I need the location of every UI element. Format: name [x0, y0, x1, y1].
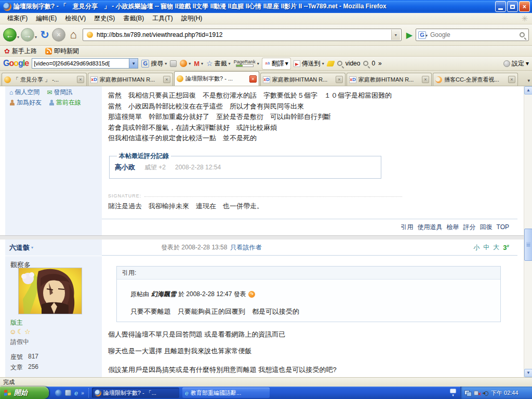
url-input[interactable] — [96, 31, 391, 39]
post1-author-sidebar: ⌂ 個人空間 ✉ 發簡訊 加爲好友 當前在線 — [5, 86, 102, 235]
network-icon[interactable] — [464, 390, 471, 396]
quick-launch-chevron[interactable]: » — [81, 390, 84, 396]
tab-close-icon[interactable]: × — [422, 76, 429, 83]
chevron-down-icon: ▾ — [285, 60, 288, 67]
search-input[interactable] — [428, 31, 520, 39]
volume-icon[interactable] — [482, 390, 488, 396]
minimize-button[interactable] — [495, 1, 506, 12]
goto-quote-icon[interactable]: ↷ — [248, 291, 255, 298]
taskbar-overflow-toggle[interactable]: ▾ — [450, 389, 456, 397]
tab-opinion-share[interactable]: 「 意見分享 」 -... × — [2, 73, 87, 86]
search-icon[interactable] — [520, 32, 525, 37]
scroll-up-button[interactable]: ▲ — [524, 86, 532, 95]
post2-header: 六道骸 ▾ 發表於 2008-2-28 13:58 只看該作者 小 中 大 3# — [5, 240, 517, 256]
globe-icon[interactable] — [55, 390, 62, 396]
gtoolbar-gmail-button[interactable]: M ▾ — [194, 60, 203, 68]
settings-icon — [503, 60, 510, 67]
use-magic-link[interactable]: 使用道具 — [418, 223, 443, 232]
go-button[interactable]: ▶ — [404, 30, 415, 40]
g-icon: G — [141, 60, 149, 68]
ie-icon[interactable]: e — [74, 389, 78, 397]
tab-word-limit-active[interactable]: 論壇限制字數? - ... × — [174, 71, 259, 86]
menu-edit[interactable]: 編輯(E) — [32, 13, 61, 24]
chevron-down-icon: ▾ — [526, 60, 529, 67]
bookmark-getting-started[interactable]: ✿ 新手上路 — [4, 47, 37, 56]
taskbar-item-ie[interactable]: e 教育部重編國語辭... — [182, 388, 270, 398]
only-author-link[interactable]: 只看該作者 — [230, 243, 261, 252]
floor-number: 3 — [503, 244, 507, 251]
close-button[interactable]: × — [519, 1, 530, 12]
pagerank-widget[interactable]: PageRank ▾ — [234, 60, 259, 67]
send-pm-link[interactable]: ✉ 發簡訊 — [47, 88, 72, 97]
gtoolbar-bookmarks-button[interactable]: ☆ 書籤 ▾ — [206, 59, 231, 68]
rate-link[interactable]: 評分 — [463, 223, 476, 232]
back-dropdown[interactable]: ▾ — [17, 35, 19, 39]
app-icon[interactable] — [65, 390, 71, 396]
report-link[interactable]: 檢舉 — [447, 223, 459, 232]
sendto-button[interactable]: 傳送到 ▾ — [294, 59, 324, 68]
scrollbar-thumb[interactable] — [524, 229, 532, 261]
gtoolbar-search-button[interactable]: G 搜尋 ▾ — [141, 59, 167, 68]
highlighter-icon[interactable] — [326, 61, 335, 66]
bookmark-latest-news[interactable]: 即時新聞 — [45, 47, 79, 56]
reload-button[interactable]: ↻ — [38, 28, 51, 42]
logo-letter: e — [24, 59, 29, 68]
tab-list-dropdown[interactable]: ▾ — [527, 78, 530, 83]
back-button[interactable]: ← — [3, 28, 17, 42]
tab-close-icon[interactable]: × — [508, 76, 515, 83]
font-large-link[interactable]: 大 — [493, 243, 499, 252]
forward-dropdown[interactable]: ▾ — [35, 35, 37, 39]
custom-search-video[interactable]: video — [337, 60, 361, 67]
floor-number-link[interactable]: 3# — [503, 244, 509, 251]
tab-hitman-3[interactable]: xD 家庭教師HITMAN R... × — [347, 73, 432, 86]
disconnected-icon[interactable]: × — [473, 390, 480, 396]
rating-user-link[interactable]: 高小政 — [115, 163, 135, 172]
profile-link[interactable]: ⌂ 個人空間 — [9, 88, 39, 97]
quote-link[interactable]: 引用 — [401, 223, 414, 232]
smiley-icon: ☺ — [9, 328, 16, 336]
forward-button[interactable]: → — [21, 28, 34, 42]
logo-letter: o — [14, 59, 18, 68]
home-button[interactable]: ⌂ — [66, 28, 80, 42]
window-widget-icon[interactable] — [170, 60, 177, 67]
author-name-link[interactable]: 六道骸 — [9, 243, 30, 252]
author-dropdown-icon[interactable]: ▾ — [31, 245, 33, 250]
tab-close-icon[interactable]: × — [336, 76, 343, 83]
reply-link[interactable]: 回復 — [480, 223, 493, 232]
tab-close-icon[interactable]: × — [249, 75, 257, 83]
vertical-scrollbar[interactable]: ▲ ▼ — [524, 86, 532, 377]
tab-hitman-1[interactable]: xD 家庭教師HITMAN R... × — [88, 73, 173, 86]
more-buttons[interactable]: » — [378, 60, 382, 67]
font-small-link[interactable]: 小 — [473, 243, 480, 252]
scroll-down-button[interactable]: ▼ — [524, 369, 532, 377]
url-history-dropdown[interactable]: ▾ — [391, 30, 400, 40]
translate-button[interactable]: aä 翻譯 ▾ — [262, 58, 290, 69]
top-link[interactable]: TOP — [497, 223, 509, 231]
taskbar-item-firefox[interactable]: 論壇限制字數? - 「... — [92, 388, 179, 398]
menu-view[interactable]: 檢視(V) — [61, 13, 90, 24]
tab-close-icon[interactable]: × — [163, 76, 170, 83]
menu-tools[interactable]: 工具(T) — [148, 13, 177, 24]
tab-close-icon[interactable]: × — [77, 76, 84, 83]
menu-file[interactable]: 檔案(F) — [3, 13, 32, 24]
query-dropdown[interactable]: ▼ — [129, 59, 138, 68]
gtoolbar-settings[interactable]: 設定 ▾ — [503, 59, 529, 68]
menu-help[interactable]: 說明(H) — [177, 13, 207, 24]
menu-history[interactable]: 歷史(S) — [90, 13, 119, 24]
stop-button[interactable]: × — [52, 28, 65, 42]
google-query-input[interactable] — [32, 60, 129, 66]
engine-dropdown[interactable]: ▾ — [425, 33, 428, 38]
start-button[interactable]: 開始 — [0, 387, 49, 399]
moderator-badge: 版主 — [10, 318, 23, 327]
restore-button[interactable] — [507, 1, 518, 12]
font-medium-link[interactable]: 中 — [483, 243, 489, 252]
add-friend-link[interactable]: 加爲好友 — [9, 98, 42, 107]
tab-hitman-2[interactable]: xD 家庭教師HITMAN R... × — [260, 73, 345, 86]
custom-search-count[interactable]: 0 — [363, 60, 375, 67]
xd-favicon: xD — [349, 76, 356, 83]
menu-bookmarks[interactable]: 書籤(B) — [119, 13, 148, 24]
google-engine-icon[interactable]: G — [418, 31, 426, 39]
gtoolbar-fox-button[interactable]: ▾ — [180, 60, 191, 67]
tab-podcast-cc[interactable]: 播客CC-全屏查看视... × — [433, 73, 518, 86]
signature-divider: SIGNATURE: — [108, 193, 402, 198]
